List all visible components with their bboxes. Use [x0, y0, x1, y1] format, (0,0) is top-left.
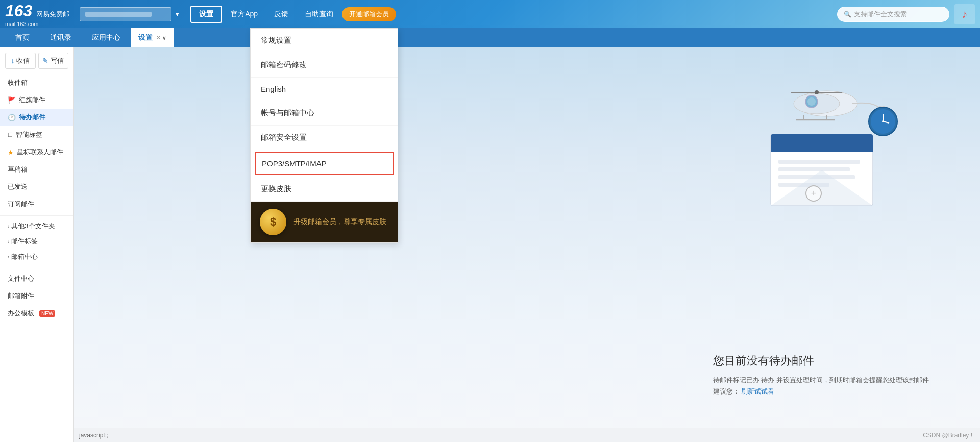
dropdown-item-account[interactable]: 帐号与邮箱中心 [251, 101, 398, 126]
sidebar-item-todo[interactable]: 🕐 待办邮件 [0, 109, 74, 126]
sidebar-group-other-folders[interactable]: › 其他3个文件夹 [0, 218, 74, 234]
svg-point-5 [815, 90, 819, 94]
arrow-icon: › [8, 224, 9, 229]
header-nav: 设置 官方App 反馈 自助查询 开通邮箱会员 [190, 6, 837, 23]
promo-text: 升级邮箱会员，尊享专属皮肤 [293, 217, 386, 227]
dropdown-promo-banner[interactable]: $ 升级邮箱会员，尊享专属皮肤 [251, 202, 398, 242]
sidebar-item-starred[interactable]: ★ 星标联系人邮件 [0, 143, 74, 161]
compose-button[interactable]: ✎ 写信 [38, 53, 69, 69]
dropdown-item-english[interactable]: English [251, 78, 398, 101]
sidebar-item-mail-attachment[interactable]: 邮箱附件 [0, 287, 74, 305]
csdn-credit: CSDN @Bradley ! [923, 432, 972, 439]
receive-button[interactable]: ↓ 收信 [5, 53, 36, 69]
arrow-icon-3: › [8, 254, 9, 260]
svg-rect-19 [778, 160, 860, 164]
sidebar-item-smart-tag[interactable]: ☐ 智能标签 [0, 126, 74, 143]
star-icon: ★ [8, 149, 14, 156]
add-circle-button[interactable]: + [805, 185, 822, 202]
search-icon: 🔍 [844, 11, 851, 18]
svg-point-3 [807, 97, 816, 106]
logo-area: 163 网易免费邮 mail.163.com [5, 2, 69, 27]
nav-tab-settings-active[interactable]: 设置 × ∨ [131, 28, 174, 47]
new-badge: NEW [39, 310, 55, 317]
nav-feedback[interactable]: 反馈 [266, 7, 296, 22]
email-dropdown-arrow[interactable]: ▼ [174, 11, 180, 18]
nav-tab-apps[interactable]: 应用中心 [82, 28, 131, 47]
settings-dropdown: 常规设置 邮箱密码修改 English 帐号与邮箱中心 邮箱安全设置 POP3/… [250, 28, 398, 243]
header: 163 网易免费邮 mail.163.com ▼ 设置 官方App 反馈 自助查… [0, 0, 980, 28]
email-input[interactable] [80, 7, 172, 21]
sidebar-divider-2 [0, 267, 74, 267]
sidebar-item-sent[interactable]: 已发送 [0, 178, 74, 195]
no-mail-desc: 待邮件标记已办 待办 并设置处理时间，到期时邮箱会提醒您处理该封邮件 [713, 374, 929, 387]
settings-tab-arrow[interactable]: ∨ [162, 35, 166, 41]
sidebar-group-mail-tags[interactable]: › 邮件标签 [0, 234, 74, 249]
sidebar-divider-1 [0, 215, 74, 216]
sidebar-group-mailbox-center[interactable]: › 邮箱中心 [0, 249, 74, 264]
nav-help[interactable]: 自助查询 [297, 7, 341, 22]
clock-icon: 🕐 [8, 114, 16, 121]
dropdown-item-password[interactable]: 邮箱密码修改 [251, 53, 398, 78]
flag-icon: 🚩 [8, 96, 16, 104]
nav-settings[interactable]: 设置 [190, 6, 222, 23]
sidebar-item-office-template[interactable]: 办公模板 NEW [0, 305, 74, 322]
dropdown-item-security[interactable]: 邮箱安全设置 [251, 126, 398, 150]
compose-icon: ✎ [42, 57, 48, 65]
nav-bar: 首页 通讯录 应用中心 设置 × ∨ [0, 28, 980, 47]
dropdown-item-skin[interactable]: 更换皮肤 [251, 177, 398, 202]
search-bar[interactable]: 🔍 支持邮件全文搜索 [837, 7, 949, 22]
sidebar-item-subscriptions[interactable]: 订阅邮件 [0, 195, 74, 213]
sidebar-item-flagged[interactable]: 🚩 红旗邮件 [0, 91, 74, 109]
dropdown-item-pop3-smtp-imap[interactable]: POP3/SMTP/IMAP [255, 152, 394, 175]
settings-tab-close[interactable]: × [157, 34, 160, 41]
no-mail-section: 您目前没有待办邮件 待邮件标记已办 待办 并设置处理时间，到期时邮箱会提醒您处理… [713, 353, 929, 396]
logo-163: 163 网易免费邮 [5, 2, 69, 20]
sidebar-item-inbox[interactable]: 收件箱 [0, 74, 74, 91]
logo-domain: mail.163.com [5, 21, 69, 27]
main-layout: ↓ 收信 ✎ 写信 收件箱 🚩 红旗邮件 🕐 待办邮件 ☐ 智能标签 ★ 星标联… [0, 47, 980, 442]
svg-point-15 [882, 120, 884, 122]
dropdown-item-general[interactable]: 常规设置 [251, 29, 398, 53]
sidebar: ↓ 收信 ✎ 写信 收件箱 🚩 红旗邮件 🕐 待办邮件 ☐ 智能标签 ★ 星标联… [0, 47, 74, 442]
no-mail-suggest: 建议您： 刷新试试看 [713, 387, 929, 396]
email-selector[interactable]: ▼ [80, 7, 180, 21]
promo-coin: $ [260, 209, 286, 235]
music-icon[interactable]: ♪ [954, 4, 975, 24]
sidebar-actions: ↓ 收信 ✎ 写信 [0, 53, 74, 74]
sidebar-item-drafts[interactable]: 草稿箱 [0, 161, 74, 178]
svg-rect-20 [778, 167, 850, 171]
nav-tab-contacts[interactable]: 通讯录 [40, 28, 82, 47]
arrow-icon-2: › [8, 239, 9, 244]
sidebar-item-file-center[interactable]: 文件中心 [0, 270, 74, 287]
vip-button[interactable]: 开通邮箱会员 [342, 7, 396, 21]
content-area: + 您目前没有待办邮件 待邮件标记已办 待办 并设置处理时间，到期时邮箱会提醒您… [74, 47, 980, 442]
refresh-link[interactable]: 刷新试试看 [741, 387, 774, 395]
receive-icon: ↓ [11, 57, 14, 65]
nav-official-app[interactable]: 官方App [223, 7, 265, 22]
bottom-status-bar: javascript:; CSDN @Bradley ! [74, 428, 980, 442]
checkbox-icon: ☐ [8, 132, 13, 138]
no-mail-title: 您目前没有待办邮件 [713, 353, 929, 369]
svg-rect-18 [771, 146, 873, 152]
nav-tab-home[interactable]: 首页 [5, 28, 40, 47]
